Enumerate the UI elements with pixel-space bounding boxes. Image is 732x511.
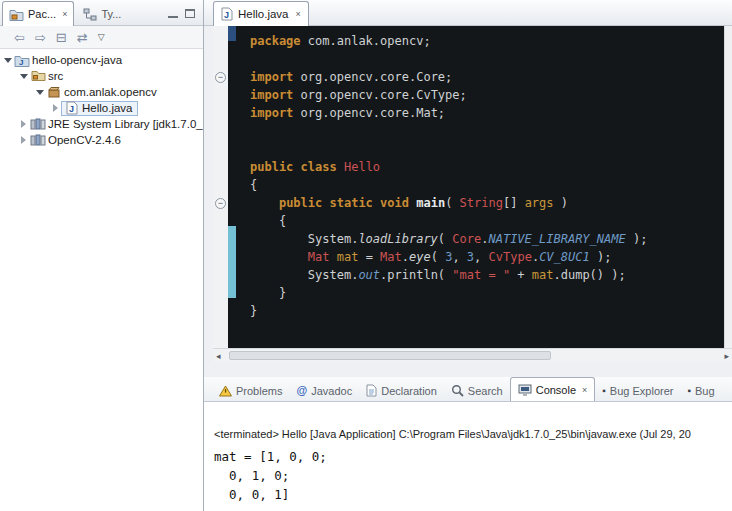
code-line: System.loadLibrary( Core.NATIVE_LIBRARY_… — [250, 230, 724, 248]
tab-bug-explorer[interactable]: ▪ Bug Explorer — [595, 380, 680, 401]
tree-item-label: com.anlak.opencv — [63, 86, 157, 98]
forward-button[interactable]: ⇨ — [35, 31, 46, 44]
package-explorer-panel: Pac... × Ty... ⇦ ⇨ ⊟ ⇄ ▽ — [0, 0, 204, 511]
tree-item-label: Hello.java — [81, 102, 133, 114]
tree-item-package[interactable]: com.anlak.opencv — [0, 84, 203, 100]
close-icon[interactable]: × — [62, 9, 67, 19]
svg-text:J: J — [69, 104, 74, 114]
search-icon — [451, 384, 464, 397]
link-with-editor-button[interactable]: ⇄ — [77, 31, 88, 44]
package-icon — [45, 86, 63, 98]
code-line — [250, 50, 724, 68]
declaration-icon — [366, 384, 377, 397]
bottom-views-panel: Problems @ Javadoc Declaration — [204, 377, 732, 511]
range-indicator-top — [228, 26, 236, 41]
tree-item-label: OpenCV-2.4.6 — [47, 134, 121, 146]
editor-range-indicator-column — [228, 26, 236, 348]
code-line: import org.opencv.core.Mat; — [250, 104, 724, 122]
tab-type-hierarchy[interactable]: Ty... — [76, 2, 128, 25]
view-window-buttons — [168, 9, 195, 18]
tab-label: Declaration — [381, 385, 437, 397]
fold-collapse-icon[interactable]: − — [215, 198, 226, 209]
tree-item-label: hello-opencv-java — [31, 54, 122, 66]
tab-label: Console — [536, 384, 576, 396]
editor-tab-label: Hello.java — [238, 8, 289, 20]
tree-item-project[interactable]: J hello-opencv-java — [0, 52, 203, 68]
expander-collapsed-icon[interactable] — [18, 120, 29, 128]
tab-bug[interactable]: ▪ Bug — [680, 380, 721, 401]
code-line: Mat mat = Mat.eye( 3, 3, CvType.CV_8UC1 … — [250, 248, 724, 266]
tab-label: Search — [468, 385, 503, 397]
scroll-left-icon[interactable]: ◂ — [216, 350, 221, 362]
editor-tab-hello-java[interactable]: J Hello.java × — [213, 1, 309, 26]
console-output-line: 0, 0, 1] — [214, 485, 732, 504]
type-hierarchy-icon — [83, 8, 97, 21]
left-view-tabbar: Pac... × Ty... — [0, 0, 203, 26]
back-button[interactable]: ⇦ — [14, 31, 25, 44]
tab-javadoc[interactable]: @ Javadoc — [289, 380, 359, 401]
view-menu-button[interactable]: ▽ — [98, 33, 105, 42]
tab-search[interactable]: Search — [444, 380, 510, 401]
tab-label: Pac... — [28, 8, 56, 20]
expander-expanded-icon[interactable] — [2, 58, 13, 63]
fold-collapse-icon[interactable]: − — [215, 72, 226, 83]
range-indicator-method — [228, 226, 236, 298]
console-view[interactable]: <terminated> Hello [Java Application] C:… — [204, 402, 732, 511]
code-line: import org.opencv.core.CvType; — [250, 86, 724, 104]
code-line: } — [250, 302, 724, 320]
minimize-button[interactable] — [168, 9, 178, 18]
editor-annotation-ruler[interactable]: −− — [213, 26, 228, 348]
expander-collapsed-icon[interactable] — [50, 104, 61, 112]
eclipse-workbench: Pac... × Ty... ⇦ ⇨ ⊟ ⇄ ▽ — [0, 0, 732, 511]
overview-ruler[interactable] — [724, 26, 732, 348]
console-output: mat = [1, 0, 0; 0, 1, 0; 0, 0, 1] — [214, 447, 732, 504]
code-line: import org.opencv.core.Core; — [250, 68, 724, 86]
editor-tabbar: J Hello.java × — [204, 0, 732, 26]
close-icon[interactable]: × — [296, 9, 301, 19]
tree-item-opencv-library[interactable]: OpenCV-2.4.6 — [0, 132, 203, 148]
code-line — [250, 140, 724, 158]
tab-console[interactable]: Console × — [510, 377, 596, 402]
tree-item-src[interactable]: src — [0, 68, 203, 84]
tab-label: Javadoc — [311, 385, 352, 397]
tree-item-jre-library[interactable]: JRE System Library [jdk1.7.0_25] — [0, 116, 203, 132]
console-icon — [518, 384, 532, 396]
code-line: public static void main( String[] args ) — [250, 194, 724, 212]
scrollbar-thumb[interactable] — [229, 351, 551, 360]
tab-problems[interactable]: Problems — [212, 380, 289, 401]
project-tree[interactable]: J hello-opencv-java src — [0, 49, 203, 511]
console-output-line: mat = [1, 0, 0; — [214, 447, 732, 466]
java-file-icon: J — [63, 101, 81, 115]
expander-expanded-icon[interactable] — [18, 74, 29, 79]
code-line: package com.anlak.opencv; — [250, 32, 724, 50]
tab-label: Ty... — [101, 8, 121, 20]
editor-horizontal-scrollbar[interactable]: ◂ ▸ — [213, 348, 732, 362]
tree-item-hello-java[interactable]: J Hello.java — [0, 100, 203, 116]
tab-label: Bug Explorer — [610, 385, 674, 397]
bottom-view-tabbar: Problems @ Javadoc Declaration — [204, 377, 732, 402]
svg-text:J: J — [19, 58, 23, 67]
expander-expanded-icon[interactable] — [34, 90, 45, 95]
code-line: System.out.println( "mat = " + mat.dump(… — [250, 266, 724, 284]
code-line: { — [250, 212, 724, 230]
java-file-icon: J — [221, 7, 233, 21]
tab-label: Problems — [236, 385, 282, 397]
expander-collapsed-icon[interactable] — [18, 136, 29, 144]
library-icon — [29, 134, 47, 146]
java-editor: −− package com.anlak.opencv;import org.o… — [213, 26, 732, 362]
scroll-right-icon[interactable]: ▸ — [724, 350, 729, 362]
close-icon[interactable]: × — [582, 385, 587, 395]
selected-item-box[interactable]: J Hello.java — [61, 101, 138, 116]
console-status-line: <terminated> Hello [Java Application] C:… — [214, 428, 732, 440]
tab-label: Bug — [695, 385, 715, 397]
tab-package-explorer[interactable]: Pac... × — [2, 1, 74, 26]
library-icon — [29, 118, 47, 130]
svg-text:J: J — [224, 10, 229, 20]
code-line: public class Hello — [250, 158, 724, 176]
code-area[interactable]: package com.anlak.opencv;import org.open… — [236, 26, 724, 348]
maximize-button[interactable] — [185, 9, 195, 18]
tab-declaration[interactable]: Declaration — [359, 380, 444, 401]
javadoc-icon: @ — [296, 385, 307, 396]
source-folder-icon — [29, 70, 47, 82]
collapse-all-button[interactable]: ⊟ — [56, 31, 67, 44]
